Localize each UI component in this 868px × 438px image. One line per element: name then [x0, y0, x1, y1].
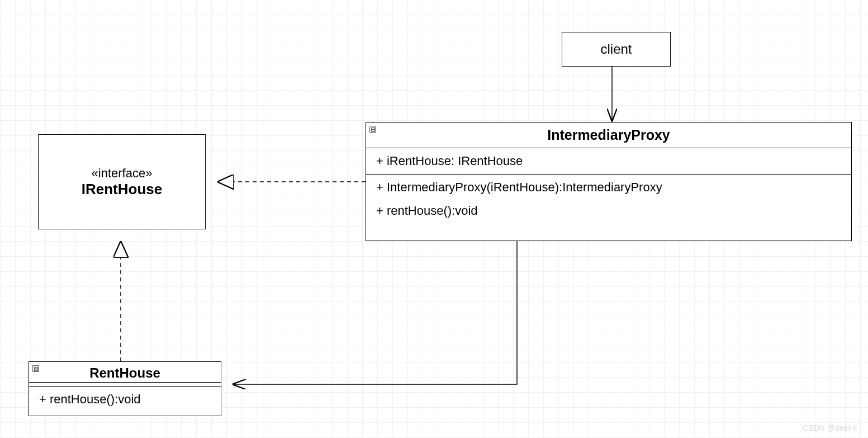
renthouse-class-box: ⊟ RentHouse + rentHouse():void	[29, 361, 221, 416]
interface-name: IRentHouse	[82, 181, 162, 198]
collapse-icon[interactable]: ⊟	[369, 126, 376, 133]
association-proxy-renthouse	[233, 241, 517, 384]
interface-stereotype: «interface»	[92, 166, 153, 181]
renthouse-name: RentHouse	[89, 365, 160, 380]
proxy-class-box: ⊟ IntermediaryProxy + iRentHouse: IRentH…	[366, 122, 852, 241]
client-label: client	[600, 41, 632, 57]
proxy-operation-rent: + rentHouse():void	[366, 200, 851, 224]
renthouse-title: ⊟ RentHouse	[29, 362, 221, 387]
proxy-operation-ctor: + IntermediaryProxy(iRentHouse):Intermed…	[366, 175, 851, 200]
watermark-text: CSDN @deer-li	[803, 423, 857, 432]
renthouse-operation: + rentHouse():void	[29, 387, 221, 412]
interface-box: «interface» IRentHouse	[38, 134, 206, 229]
collapse-icon[interactable]: ⊟	[32, 365, 39, 372]
proxy-name: IntermediaryProxy	[547, 127, 670, 143]
proxy-title: ⊟ IntermediaryProxy	[366, 123, 851, 148]
proxy-attribute: + iRentHouse: IRentHouse	[366, 148, 851, 175]
client-box: client	[562, 32, 671, 67]
